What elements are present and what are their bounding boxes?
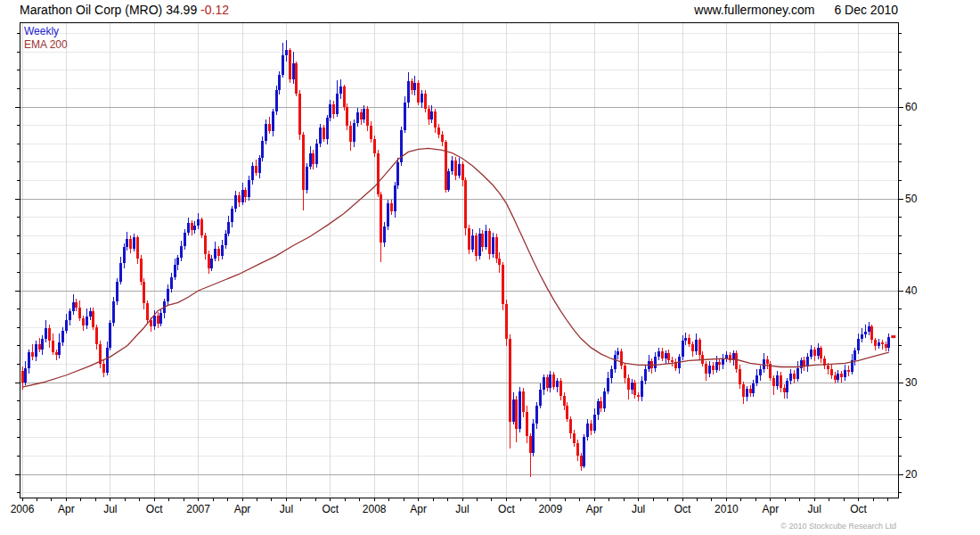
- svg-text:Apr: Apr: [586, 503, 603, 515]
- chart-title: Marathon Oil Corp (MRO) 34.99 -0.12: [20, 3, 229, 17]
- chart-legend: Weekly EMA 200: [24, 25, 68, 52]
- svg-text:60: 60: [905, 101, 918, 113]
- header-right: www.fullermoney.com 6 Dec 2010: [694, 3, 898, 17]
- svg-text:Apr: Apr: [58, 503, 75, 515]
- svg-text:Jul: Jul: [455, 503, 469, 515]
- svg-text:Oct: Oct: [322, 503, 339, 515]
- svg-text:Oct: Oct: [850, 503, 867, 515]
- chart-canvas: 20304050602006AprJulOct2007AprJulOct2008…: [0, 0, 980, 535]
- svg-text:Oct: Oct: [146, 503, 163, 515]
- site-url: www.fullermoney.com: [694, 3, 814, 17]
- svg-text:Jul: Jul: [280, 503, 293, 515]
- svg-text:Jul: Jul: [632, 503, 645, 515]
- svg-text:Jul: Jul: [808, 503, 821, 515]
- svg-text:Apr: Apr: [234, 503, 251, 515]
- svg-text:Apr: Apr: [762, 503, 779, 515]
- svg-text:40: 40: [905, 284, 918, 297]
- copyright-notice: © 2010 Stockcube Research Ltd: [780, 522, 896, 531]
- svg-text:30: 30: [905, 376, 918, 389]
- svg-text:Jul: Jul: [103, 503, 117, 515]
- svg-text:Apr: Apr: [410, 503, 427, 515]
- svg-text:20: 20: [905, 468, 918, 481]
- svg-text:2009: 2009: [538, 503, 562, 515]
- legend-ema-200: EMA 200: [24, 38, 68, 52]
- svg-text:50: 50: [905, 193, 918, 205]
- svg-text:2006: 2006: [11, 503, 35, 515]
- instrument-and-price: Marathon Oil Corp (MRO) 34.99: [20, 3, 197, 17]
- chart-page: { "header": { "title": "Marathon Oil Cor…: [0, 0, 980, 535]
- svg-text:Oct: Oct: [674, 503, 691, 515]
- price-change: -0.12: [200, 3, 229, 17]
- svg-text:2007: 2007: [186, 503, 210, 515]
- svg-text:2010: 2010: [715, 503, 739, 515]
- legend-weekly: Weekly: [24, 25, 68, 38]
- svg-text:Oct: Oct: [498, 503, 515, 515]
- svg-text:2008: 2008: [363, 503, 387, 515]
- chart-date: 6 Dec 2010: [834, 3, 898, 17]
